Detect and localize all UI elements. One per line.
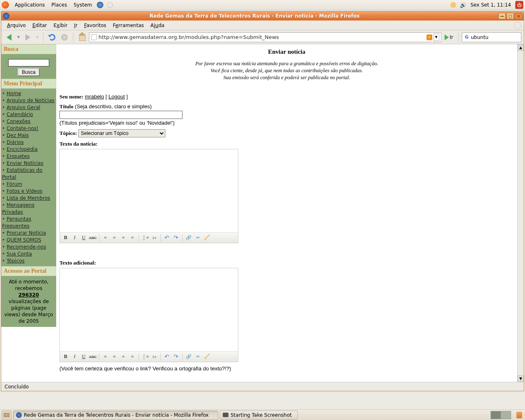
number-list-button-2[interactable]: 1≡ <box>150 353 158 361</box>
go-button[interactable]: Ir <box>443 34 455 40</box>
sidebar-link[interactable]: Tópicos <box>7 258 25 264</box>
username-link[interactable]: mrabelo <box>85 94 104 100</box>
link-button[interactable]: 🔗 <box>185 234 193 242</box>
sidebar-link[interactable]: Procurar Notícia <box>7 230 46 236</box>
search-input[interactable] <box>8 59 49 66</box>
sidebar-link[interactable]: Fórum <box>7 181 22 187</box>
taskbar-screenshot[interactable]: Starting Take Screenshot <box>220 411 298 420</box>
sidebar-link[interactable]: Perguntas Frequentes <box>2 216 31 229</box>
underline-button[interactable]: U <box>80 234 88 242</box>
menu-editar[interactable]: Editar <box>29 21 50 30</box>
reload-button[interactable] <box>47 32 57 43</box>
sidebar-link[interactable]: Calendário <box>7 112 33 117</box>
sidebar-link[interactable]: Arquivo Geral <box>7 105 40 110</box>
bullet-list-button-2[interactable]: ⋮≡ <box>141 353 149 361</box>
menu-arquivo[interactable]: Arquivo <box>4 21 29 30</box>
close-button[interactable]: ✕ <box>515 13 522 19</box>
redo-button[interactable]: ↷ <box>172 234 180 242</box>
stop-button[interactable]: ✕ <box>59 32 70 43</box>
align-right-button[interactable]: ≡ <box>119 234 128 242</box>
url-bar[interactable]: http://www.gemasdaterra.org.br/modules.p… <box>89 32 441 42</box>
align-center-button[interactable]: ≡ <box>110 234 119 242</box>
align-left-button-2[interactable]: ≡ <box>101 353 110 361</box>
sidebar-link[interactable]: Arquivo de Notícias <box>7 98 54 103</box>
texto-textarea[interactable] <box>60 149 238 232</box>
sidebar-link[interactable]: QUEM SOMOS <box>7 237 41 243</box>
clock[interactable]: Sex Set 1, 11:14 <box>468 2 514 8</box>
sidebar-link[interactable]: Recomende-nos <box>7 244 46 250</box>
rss-icon[interactable]: ༄ <box>427 34 432 40</box>
sidebar-link[interactable]: Home <box>7 91 21 96</box>
menu-ajuda[interactable]: Ajuda <box>147 21 168 30</box>
vertical-scrollbar[interactable]: ▲ ▼ <box>517 44 524 382</box>
logout-link[interactable]: Logout <box>109 94 125 100</box>
minimize-button[interactable]: — <box>498 13 506 19</box>
sidebar-link[interactable]: Diários <box>7 139 24 145</box>
system-menu[interactable]: System <box>70 1 95 9</box>
number-list-button[interactable]: 1≡ <box>150 234 158 242</box>
sidebar-link[interactable]: Contate-nos! <box>7 126 39 131</box>
sidebar-link[interactable]: Dez Mais <box>7 132 29 138</box>
menu-ir[interactable]: Ir <box>71 21 80 30</box>
topico-select[interactable]: Selecionar um Tópico <box>78 129 165 137</box>
help-icon[interactable] <box>106 1 114 9</box>
applications-menu[interactable]: Applications <box>11 1 48 9</box>
scroll-thumb[interactable] <box>518 51 524 375</box>
bullet-list-button[interactable]: ⋮≡ <box>141 234 149 242</box>
redo-button-2[interactable]: ↷ <box>172 353 180 361</box>
taskbar-firefox[interactable]: Rede Gemas da Terra de Telecentros Rurai… <box>13 411 218 420</box>
undo-button[interactable]: ↶ <box>163 234 171 242</box>
sidebar-link[interactable]: Sua Conta <box>7 251 32 257</box>
align-center-button-2[interactable]: ≡ <box>110 353 119 361</box>
volume-icon[interactable]: 🔊 <box>459 1 467 9</box>
user-icon[interactable] <box>450 1 457 9</box>
search-value[interactable]: ubuntu <box>471 34 519 40</box>
home-button[interactable] <box>77 32 87 43</box>
sidebar-link[interactable]: Enciclopédia <box>7 146 38 152</box>
show-desktop-button[interactable] <box>2 411 11 420</box>
italic-button-2[interactable]: I <box>71 353 79 361</box>
unlink-button-2[interactable]: ✂ <box>194 353 202 361</box>
url-dropdown[interactable]: ▼ <box>434 34 439 41</box>
strike-button[interactable]: ABC <box>89 234 97 242</box>
menu-favoritos[interactable]: Favoritos <box>81 21 110 30</box>
power-button[interactable]: ⏻ <box>515 1 523 9</box>
sidebar-link[interactable]: Conexões <box>7 119 30 124</box>
forward-button[interactable] <box>23 32 33 43</box>
scroll-up-button[interactable]: ▲ <box>518 44 524 51</box>
workspace-1[interactable] <box>491 411 501 419</box>
search-box[interactable]: G ubuntu <box>462 32 521 42</box>
align-justify-button[interactable]: ≡ <box>128 234 137 242</box>
clean-button-2[interactable]: 🧹 <box>203 353 211 361</box>
workspace-2[interactable] <box>501 411 511 419</box>
underline-button-2[interactable]: U <box>80 353 88 361</box>
sidebar-link[interactable]: Estatísticas do Portal <box>2 167 42 180</box>
google-icon[interactable]: G <box>464 34 470 40</box>
menu-ferramentas[interactable]: Ferramentas <box>110 21 147 30</box>
globe-icon[interactable] <box>96 1 104 9</box>
busca-button[interactable]: Busca <box>18 68 39 76</box>
unlink-button[interactable]: ✂ <box>194 234 202 242</box>
italic-button[interactable]: I <box>71 234 79 242</box>
window-titlebar[interactable]: Rede Gemas da Terra de Telecentros Rurai… <box>1 11 524 21</box>
menu-exibir[interactable]: Exibir <box>50 21 71 30</box>
places-menu[interactable]: Places <box>48 1 70 9</box>
workspace-switcher[interactable] <box>491 411 511 419</box>
sidebar-link[interactable]: Mensagens Privadas <box>2 202 34 215</box>
bold-button[interactable]: B <box>62 234 70 242</box>
ubuntu-logo-icon[interactable] <box>2 1 9 9</box>
sidebar-link[interactable]: Enquetes <box>7 153 30 159</box>
maximize-button[interactable]: ▢ <box>507 13 514 19</box>
undo-button-2[interactable]: ↶ <box>163 353 171 361</box>
clean-button[interactable]: 🧹 <box>203 234 211 242</box>
adicional-textarea[interactable] <box>60 268 238 351</box>
align-left-button[interactable]: ≡ <box>101 234 110 242</box>
trash-icon[interactable] <box>515 411 523 419</box>
align-right-button-2[interactable]: ≡ <box>119 353 128 361</box>
link-button-2[interactable]: 🔗 <box>185 353 193 361</box>
url-text[interactable]: http://www.gemasdaterra.org.br/modules.p… <box>98 34 427 40</box>
strike-button-2[interactable]: ABC <box>89 353 97 361</box>
forward-dropdown[interactable]: ▼ <box>35 32 40 43</box>
back-dropdown[interactable]: ▼ <box>16 32 21 43</box>
align-justify-button-2[interactable]: ≡ <box>128 353 137 361</box>
